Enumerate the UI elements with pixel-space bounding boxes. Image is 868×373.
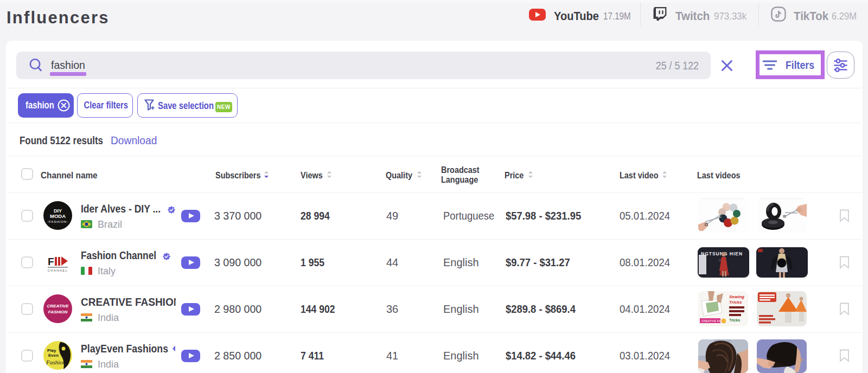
svg-text:-FASHION-: -FASHION- bbox=[47, 220, 68, 223]
svg-text:CREATIVE: CREATIVE bbox=[47, 304, 69, 308]
svg-text:F: F bbox=[48, 256, 54, 267]
svg-text:Even: Even bbox=[48, 353, 59, 358]
svg-text:CHANNEL: CHANNEL bbox=[48, 269, 68, 272]
svg-text:Sewing: Sewing bbox=[729, 294, 744, 299]
svg-text:Tricks: Tricks bbox=[729, 318, 740, 322]
svg-text:Tricks: Tricks bbox=[729, 300, 742, 305]
svg-text:FASHION: FASHION bbox=[48, 310, 68, 314]
svg-text:Fashion: Fashion bbox=[46, 359, 66, 365]
svg-text:Play: Play bbox=[47, 348, 56, 353]
svg-text:MODA: MODA bbox=[50, 213, 66, 219]
